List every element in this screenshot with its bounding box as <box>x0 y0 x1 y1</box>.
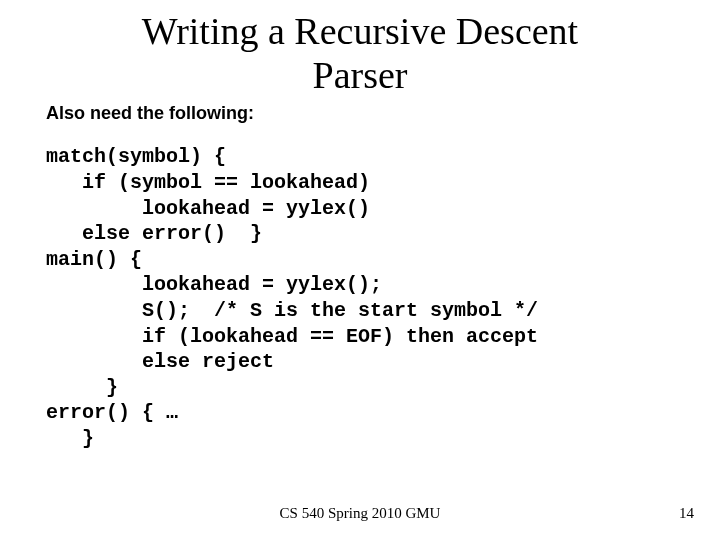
footer-center: CS 540 Spring 2010 GMU <box>0 505 720 522</box>
title-line-1: Writing a Recursive Descent <box>142 10 578 52</box>
slide: Writing a Recursive Descent Parser Also … <box>0 0 720 540</box>
subheading: Also need the following: <box>46 103 720 124</box>
code-block: match(symbol) { if (symbol == lookahead)… <box>46 144 720 451</box>
slide-title: Writing a Recursive Descent Parser <box>0 0 720 97</box>
title-line-2: Parser <box>313 54 408 96</box>
page-number: 14 <box>679 505 694 522</box>
